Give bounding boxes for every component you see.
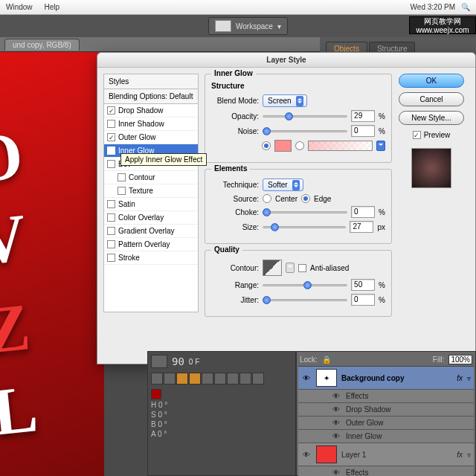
tl-color-swatch[interactable] <box>151 389 161 399</box>
bottom-panels: 900 F H 0 ° S 0 ° B 0 ° A 0 ° Lock: 🔒 Fi… <box>147 351 476 476</box>
source-edge-radio[interactable] <box>301 194 310 203</box>
technique-label: Technique: <box>211 181 259 189</box>
style-outer-glow[interactable]: Outer Glow <box>104 131 198 144</box>
layer-style-dialog: Layer Style Styles Blending Options: Def… <box>97 52 476 364</box>
fx-badge[interactable]: fx <box>457 374 463 382</box>
style-pattern-overlay[interactable]: Pattern Overlay <box>104 238 198 251</box>
preview-checkbox[interactable] <box>413 131 421 139</box>
blend-mode-select[interactable]: Screen <box>263 94 307 107</box>
contour-swatch[interactable] <box>263 260 282 276</box>
opacity-label: Opacity: <box>211 112 259 120</box>
workspace-icon <box>215 20 231 32</box>
gradient-swatch[interactable] <box>308 141 373 151</box>
ok-button[interactable]: OK <box>399 74 464 88</box>
quality-group: Quality Contour: Anti-aliased Range: 50 … <box>205 250 392 317</box>
dialog-buttons: OK Cancel New Style... Preview <box>398 74 465 359</box>
group-title: Inner Glow <box>211 69 256 77</box>
timeline-panel: 900 F H 0 ° S 0 ° B 0 ° A 0 ° <box>147 351 296 476</box>
dialog-title: Layer Style <box>97 53 475 68</box>
color-radio[interactable] <box>262 141 271 150</box>
style-gradient-overlay[interactable]: Gradient Overlay <box>104 225 198 238</box>
menu-clock: Wed 3:20 PM <box>411 3 455 11</box>
spotlight-icon[interactable]: 🔍 <box>461 3 470 11</box>
range-slider[interactable] <box>263 280 347 290</box>
layers-panel: Lock: 🔒 Fill: 100% 👁 ✦ Background copy f… <box>296 351 476 476</box>
elements-group: Elements Technique: Softer Source: Cente… <box>205 169 392 244</box>
style-inner-shadow[interactable]: Inner Shadow <box>104 118 198 131</box>
new-style-button[interactable]: New Style... <box>399 111 464 125</box>
layer-effect-drop[interactable]: 👁Drop Shadow <box>298 403 474 416</box>
technique-select[interactable]: Softer <box>263 178 303 191</box>
styles-header[interactable]: Styles <box>103 74 199 89</box>
layer-thumb: ✦ <box>316 369 337 387</box>
opacity-value[interactable]: 29 <box>351 110 375 122</box>
eye-icon[interactable]: 👁 <box>301 374 312 382</box>
noise-label: Noise: <box>211 127 259 135</box>
choke-value[interactable]: 0 <box>351 206 375 218</box>
layer-effects[interactable]: 👁Effects <box>298 390 474 403</box>
jitter-value[interactable]: 0 <box>351 294 375 306</box>
size-value[interactable]: 27 <box>350 221 373 233</box>
preview-swatch <box>411 148 451 188</box>
size-slider[interactable] <box>263 222 346 232</box>
inner-glow-group: Inner Glow Structure Blend Mode: Screen … <box>205 74 392 163</box>
layer-1[interactable]: 👁 Layer 1 fx▿ <box>298 443 474 466</box>
chevron-updown-icon <box>292 180 300 190</box>
lock-icon[interactable]: 🔒 <box>322 356 331 364</box>
document-tab[interactable]: und copy, RGB/8) <box>4 39 80 51</box>
style-color-overlay[interactable]: Color Overlay <box>104 211 198 225</box>
range-value[interactable]: 50 <box>351 279 375 291</box>
style-texture[interactable]: Texture <box>104 184 198 198</box>
preview-label: Preview <box>424 131 451 139</box>
size-label: Size: <box>211 223 259 231</box>
jitter-slider[interactable] <box>263 295 347 305</box>
structure-head: Structure <box>211 82 385 90</box>
workspace-switcher[interactable]: Workspace ▾ <box>208 17 288 35</box>
chevron-down-icon: ▾ <box>277 22 281 30</box>
source-center-radio[interactable] <box>263 194 271 203</box>
range-label: Range: <box>211 281 259 289</box>
layer-effect-inner[interactable]: 👁Inner Glow <box>298 430 474 443</box>
menu-window[interactable]: Window <box>6 3 33 11</box>
style-satin[interactable]: Satin <box>104 198 198 211</box>
layer-background-copy[interactable]: 👁 ✦ Background copy fx▿ <box>298 367 474 390</box>
style-drop-shadow[interactable]: Drop Shadow <box>104 104 198 118</box>
style-stroke[interactable]: Stroke <box>104 251 198 265</box>
timeline-icons[interactable] <box>151 373 292 385</box>
gradient-menu-icon[interactable] <box>376 141 385 151</box>
contour-label: Contour: <box>211 264 259 272</box>
choke-slider[interactable] <box>263 207 347 217</box>
fx-badge[interactable]: fx <box>457 451 463 459</box>
layer-effects-2[interactable]: 👁Effects <box>298 466 474 476</box>
tooltip: Apply Inner Glow Effect <box>120 153 207 166</box>
play-icon[interactable] <box>151 355 167 368</box>
noise-value[interactable]: 0 <box>351 125 375 137</box>
choke-label: Choke: <box>211 208 259 216</box>
style-contour[interactable]: Contour <box>104 171 198 184</box>
jitter-label: Jitter: <box>211 296 259 304</box>
settings-column: Inner Glow Structure Blend Mode: Screen … <box>205 74 392 359</box>
gradient-radio[interactable] <box>295 141 304 150</box>
anti-aliased-checkbox[interactable] <box>298 264 306 272</box>
opacity-slider[interactable] <box>263 111 347 121</box>
source-label: Source: <box>211 195 259 203</box>
elements-head: Elements <box>211 164 250 173</box>
blending-options[interactable]: Blending Options: Default <box>103 89 199 104</box>
fill-value[interactable]: 100% <box>448 355 472 364</box>
workspace-label: Workspace <box>236 22 273 30</box>
layer-effect-outer[interactable]: 👁Outer Glow <box>298 416 474 430</box>
styles-list: Drop Shadow Inner Shadow Outer Glow Inne… <box>103 104 199 312</box>
menu-help[interactable]: Help <box>45 3 60 11</box>
contour-menu-icon[interactable] <box>286 263 295 273</box>
app-toolbar: Workspace ▾ <box>0 15 476 37</box>
chevron-down-icon[interactable]: ▿ <box>467 451 471 459</box>
watermark: 网页教学网www.weejx.com <box>409 16 476 34</box>
blend-mode-label: Blend Mode: <box>211 97 259 105</box>
layer-thumb <box>316 446 337 463</box>
noise-slider[interactable] <box>263 126 347 136</box>
cancel-button[interactable]: Cancel <box>399 92 464 106</box>
color-swatch[interactable] <box>274 140 292 152</box>
styles-column: Styles Blending Options: Default Drop Sh… <box>103 74 199 359</box>
canvas[interactable]: OVZL <box>0 52 104 476</box>
chevron-down-icon[interactable]: ▿ <box>467 374 471 382</box>
